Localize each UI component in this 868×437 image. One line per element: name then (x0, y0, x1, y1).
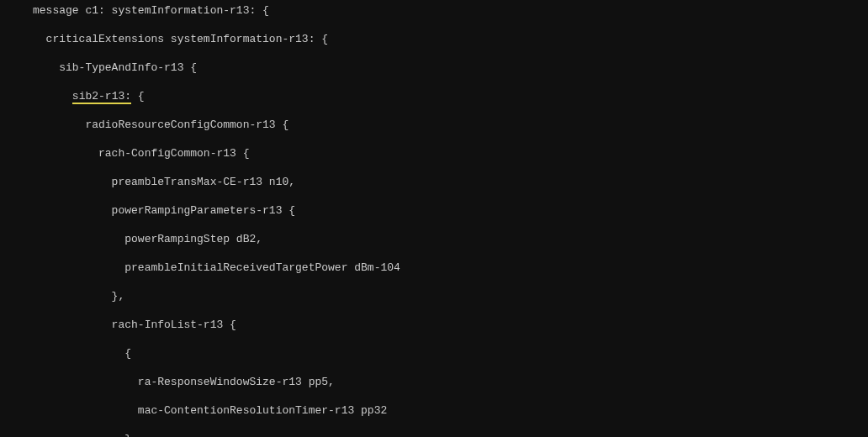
highlight-sib2-r13: sib2-r13: (72, 90, 131, 104)
code-line: rach-InfoList-r13 { (0, 318, 868, 332)
code-line: rach-ConfigCommon-r13 { (0, 146, 868, 161)
code-text: { (131, 90, 145, 103)
code-line: sib2-r13: { (0, 89, 868, 103)
code-line: ra-ResponseWindowSize-r13 pp5, (0, 375, 868, 389)
code-line: radioResourceConfigCommon-r13 { (0, 118, 868, 132)
code-line: criticalExtensions systemInformation-r13… (0, 32, 868, 46)
code-line: message c1: systemInformation-r13: { (0, 3, 868, 18)
code-line: } (0, 432, 868, 437)
code-line: powerRampingStep dB2, (0, 232, 868, 246)
indent (0, 90, 72, 103)
code-line: sib-TypeAndInfo-r13 { (0, 61, 868, 75)
code-line: preambleInitialReceivedTargetPower dBm-1… (0, 261, 868, 275)
code-block: message c1: systemInformation-r13: { cri… (0, 0, 868, 437)
code-line: powerRampingParameters-r13 { (0, 203, 868, 218)
code-line: mac-ContentionResolutionTimer-r13 pp32 (0, 403, 868, 418)
code-line: }, (0, 289, 868, 303)
code-line: preambleTransMax-CE-r13 n10, (0, 175, 868, 189)
code-line: { (0, 346, 868, 361)
